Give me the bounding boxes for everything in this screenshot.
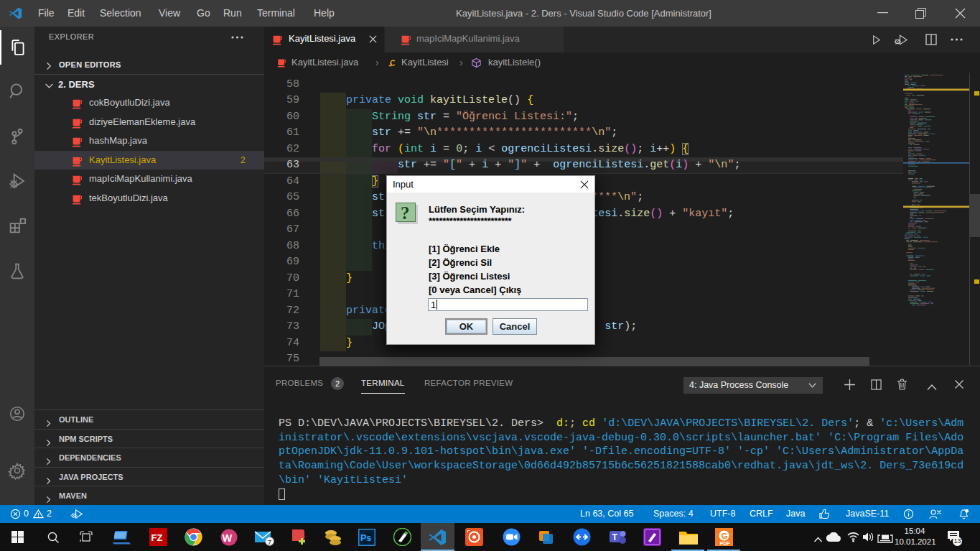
svg-text:G: G xyxy=(721,532,727,540)
svg-text:7: 7 xyxy=(268,537,271,545)
svg-text:?: ? xyxy=(401,203,410,223)
svg-text:Ps: Ps xyxy=(360,533,371,543)
svg-text:FZ: FZ xyxy=(151,532,162,543)
svg-text:PDF: PDF xyxy=(719,541,730,546)
svg-text:T: T xyxy=(612,532,617,542)
svg-text:W: W xyxy=(223,532,233,543)
